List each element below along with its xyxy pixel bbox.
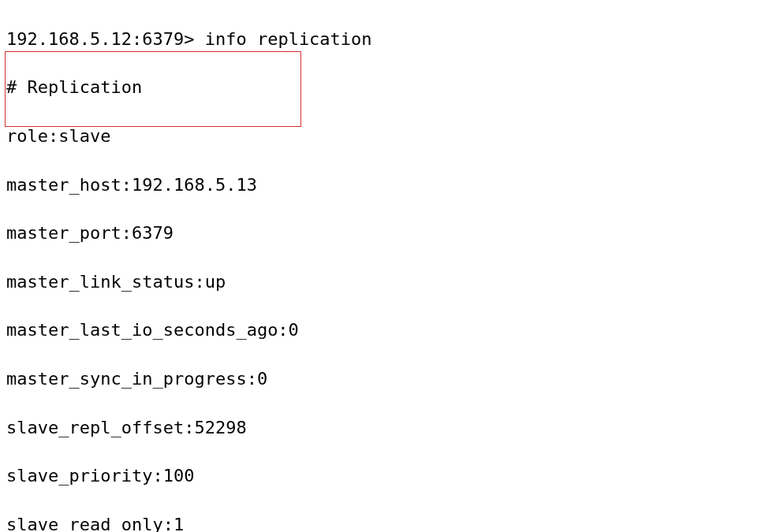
output-master-host: master_host:192.168.5.13	[6, 173, 759, 198]
command-text: info replication	[205, 29, 372, 49]
prompt-host: 192.168.5.12:6379>	[6, 29, 205, 49]
output-slave-repl-offset: slave_repl_offset:52298	[6, 416, 759, 441]
command-line: 192.168.5.12:6379> info replication	[6, 28, 759, 52]
output-slave-read-only: slave_read_only:1	[6, 513, 759, 532]
output-master-link-status: master_link_status:up	[6, 270, 759, 295]
output-role: role:slave	[6, 125, 759, 149]
output-master-last-io: master_last_io_seconds_ago:0	[6, 318, 759, 343]
section-header: # Replication	[6, 76, 759, 100]
output-master-sync: master_sync_in_progress:0	[6, 367, 759, 392]
output-master-port: master_port:6379	[6, 221, 759, 246]
output-slave-priority: slave_priority:100	[6, 464, 759, 489]
terminal-output[interactable]: 192.168.5.12:6379> info replication # Re…	[6, 3, 759, 532]
